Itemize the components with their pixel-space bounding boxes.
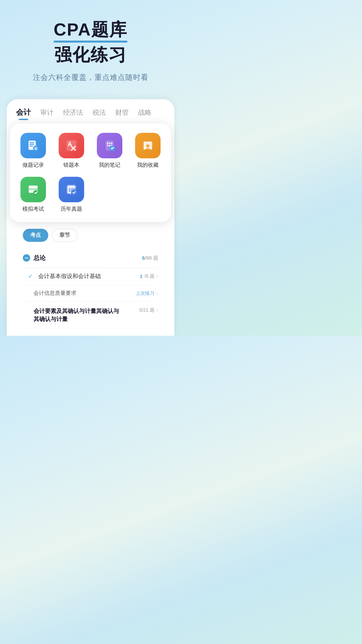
main-card: 会计 审计 经济法 税法 财管 战略 Q <box>7 99 174 336</box>
shoucang-label: 我的收藏 <box>137 162 159 169</box>
subtitle: 注会六科全覆盖，重点难点随时看 <box>13 72 168 83</box>
linian-icon: 100 <box>59 177 84 202</box>
svg-point-16 <box>109 145 111 147</box>
chevron-yaosu: › <box>157 307 158 313</box>
chevron-xinxi: › <box>157 290 158 297</box>
biji-label: 我的笔记 <box>99 162 120 169</box>
section-count-zonglun: 6/88 题 <box>142 255 158 261</box>
sub-item-jichu-left: ✓ 会计基本假设和会计基础 <box>28 272 101 280</box>
toggle-group: 考点 章节 <box>23 229 158 242</box>
deep-item-title-yaosu: 会计要素及其确认与计量其确认与其确认与计量 <box>34 307 136 323</box>
sub-done-jichu: 1 <box>140 274 142 279</box>
toggle-kaodian[interactable]: 考点 <box>23 229 48 242</box>
title-underline <box>54 41 127 43</box>
zuoti-label: 做题记录 <box>22 162 44 169</box>
tab-caiguan[interactable]: 财管 <box>115 108 129 120</box>
moni-label: 模拟考试 <box>22 206 44 213</box>
deep-item-header-yaosu: 会计要素及其确认与计量其确认与其确认与计量 0/21 题 › <box>34 307 158 323</box>
last-practice-label: 上次练习 <box>136 290 155 297</box>
title-line2: 强化练习 <box>13 45 168 64</box>
title-line1: CPA题库 <box>13 20 168 39</box>
sub-sub-title-xinxi: 会计信息质量要求 <box>34 290 76 297</box>
zuoti-icon: Q <box>20 133 46 158</box>
moni-icon <box>20 177 46 202</box>
cuoti-label: 错题本 <box>63 162 79 169</box>
sub-item-title-jichu: 会计基本假设和会计基础 <box>38 272 101 280</box>
feature-card: Q 做题记录 A 错题本 <box>10 123 171 222</box>
subject-tabs: 会计 审计 经济法 税法 财管 战略 <box>7 99 174 120</box>
deep-item-yaosu[interactable]: 会计要素及其确认与计量其确认与其确认与计量 0/21 题 › <box>23 302 158 329</box>
sub-item-right-jichu: 1 /6 题 › <box>140 273 158 279</box>
toggle-zhangjie[interactable]: 章节 <box>52 229 78 242</box>
tab-shenji[interactable]: 审计 <box>40 108 54 120</box>
svg-point-12 <box>107 143 109 144</box>
sub-item-jichu[interactable]: ✓ 会计基本假设和会计基础 1 /6 题 › <box>23 268 158 285</box>
feature-moni[interactable]: 模拟考试 <box>17 177 50 213</box>
tab-jingji[interactable]: 经济法 <box>63 108 83 120</box>
tab-shuifa[interactable]: 税法 <box>93 108 106 120</box>
tab-zhanlue[interactable]: 战略 <box>138 108 152 120</box>
svg-point-13 <box>109 143 111 144</box>
feature-linian[interactable]: 100 历年真题 <box>55 177 88 213</box>
svg-point-15 <box>107 145 109 147</box>
svg-rect-3 <box>29 146 33 147</box>
sub-sub-item-xinxi[interactable]: 会计信息质量要求 上次练习 › <box>23 285 158 302</box>
section-done-zonglun: 6 <box>142 255 145 261</box>
svg-rect-2 <box>29 144 34 145</box>
feature-shoucang[interactable]: 我的收藏 <box>131 133 164 169</box>
feature-cuoti[interactable]: A 错题本 <box>55 133 88 169</box>
check-icon-jichu: ✓ <box>28 273 35 280</box>
section-zonglun: 总论 6/88 题 ✓ 会计基本假设和会计基础 1 /6 题 › <box>23 249 158 329</box>
linian-label: 历年真题 <box>61 206 82 213</box>
shoucang-icon <box>135 133 161 158</box>
header-section: CPA题库 强化练习 注会六科全覆盖，重点难点随时看 <box>0 0 181 93</box>
svg-rect-1 <box>29 142 34 143</box>
tab-kuaiji[interactable]: 会计 <box>16 107 31 120</box>
feature-grid-bottom: 模拟考试 100 历年真题 <box>17 177 164 213</box>
minus-icon <box>23 254 30 262</box>
chevron-jichu: › <box>157 273 158 279</box>
section-title-zonglun: 总论 <box>23 254 46 262</box>
deep-done-yaosu: 0/21 题 <box>139 307 155 313</box>
content-area: 考点 章节 总论 6/88 题 ✓ 会计基本假设和会计基础 <box>13 222 168 336</box>
biji-icon <box>97 133 122 158</box>
deep-item-right-yaosu: 0/21 题 › <box>139 307 158 313</box>
svg-point-14 <box>111 143 113 144</box>
feature-biji[interactable]: 我的笔记 <box>93 133 126 169</box>
feature-zuoti[interactable]: Q 做题记录 <box>17 133 50 169</box>
cuoti-icon: A <box>59 133 84 158</box>
section-header-zonglun[interactable]: 总论 6/88 题 <box>23 249 158 268</box>
svg-text:Q: Q <box>35 147 37 150</box>
section-name-zonglun: 总论 <box>34 254 46 262</box>
feature-grid-top: Q 做题记录 A 错题本 <box>17 133 164 169</box>
